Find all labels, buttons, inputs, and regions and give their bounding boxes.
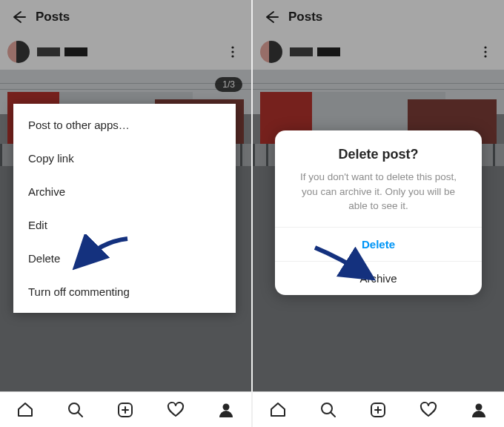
- menu-turn-off-commenting[interactable]: Turn off commenting: [13, 275, 236, 308]
- search-icon: [67, 401, 84, 419]
- nav-home[interactable]: [253, 392, 303, 427]
- more-vertical-icon: [226, 45, 239, 59]
- nav-home[interactable]: [0, 392, 50, 427]
- nav-add[interactable]: [354, 392, 404, 427]
- more-options-button[interactable]: [222, 41, 244, 63]
- home-icon: [16, 401, 34, 419]
- menu-post-other-apps[interactable]: Post to other apps…: [13, 108, 236, 142]
- svg-point-1: [231, 50, 233, 53]
- dialog-delete-button[interactable]: Delete: [275, 227, 482, 261]
- svg-point-7: [484, 50, 486, 53]
- nav-profile[interactable]: [454, 392, 504, 427]
- delete-confirm-dialog: Delete post? If you don't want to delete…: [275, 130, 482, 295]
- post-header-row: [0, 34, 251, 70]
- svg-point-2: [231, 55, 233, 57]
- svg-point-0: [231, 46, 233, 48]
- more-vertical-icon: [479, 45, 492, 59]
- right-screenshot: Posts Delete post? I: [253, 0, 504, 427]
- home-icon: [269, 401, 287, 419]
- add-post-icon: [369, 401, 387, 419]
- bottom-nav: [253, 391, 504, 427]
- profile-icon: [217, 401, 235, 419]
- left-screenshot: Posts 1/3 Post to other apps…: [0, 0, 251, 427]
- avatar[interactable]: [7, 41, 30, 63]
- heart-icon: [167, 401, 185, 419]
- arrow-left-icon: [263, 9, 279, 25]
- nav-search[interactable]: [303, 392, 354, 427]
- more-options-button[interactable]: [474, 41, 497, 63]
- menu-archive[interactable]: Archive: [13, 175, 236, 208]
- back-button[interactable]: [259, 4, 284, 30]
- top-bar: Posts: [253, 0, 504, 34]
- page-title: Posts: [36, 10, 70, 24]
- menu-delete[interactable]: Delete: [13, 242, 236, 275]
- nav-profile[interactable]: [201, 392, 251, 427]
- svg-point-5: [223, 403, 230, 410]
- username-redacted[interactable]: [290, 47, 340, 56]
- bottom-nav: [0, 391, 251, 427]
- carousel-indicator: 1/3: [215, 77, 242, 92]
- svg-point-8: [484, 55, 486, 57]
- post-header-row: [253, 34, 504, 70]
- nav-add[interactable]: [101, 392, 151, 427]
- svg-point-6: [484, 46, 486, 48]
- add-post-icon: [116, 401, 134, 419]
- back-button[interactable]: [6, 4, 31, 30]
- username-redacted[interactable]: [37, 47, 87, 56]
- nav-search[interactable]: [50, 392, 101, 427]
- dialog-archive-button[interactable]: Archive: [275, 261, 482, 295]
- arrow-left-icon: [10, 9, 27, 25]
- search-icon: [319, 401, 337, 419]
- dialog-title: Delete post?: [291, 147, 465, 162]
- top-bar: Posts: [0, 0, 251, 34]
- page-title: Posts: [288, 10, 322, 24]
- menu-copy-link[interactable]: Copy link: [13, 142, 236, 175]
- profile-icon: [470, 401, 488, 419]
- options-menu: Post to other apps… Copy link Archive Ed…: [13, 104, 236, 313]
- avatar[interactable]: [260, 41, 282, 63]
- heart-icon: [420, 401, 437, 419]
- menu-edit[interactable]: Edit: [13, 208, 236, 242]
- svg-point-11: [476, 403, 483, 410]
- nav-activity[interactable]: [150, 392, 201, 427]
- nav-activity[interactable]: [403, 392, 454, 427]
- dialog-text: If you don't want to delete this post, y…: [291, 170, 465, 214]
